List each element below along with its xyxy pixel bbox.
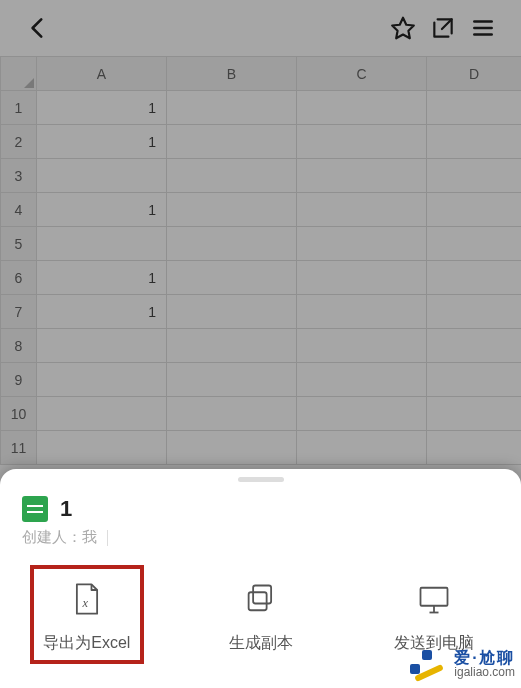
svg-rect-7	[421, 588, 448, 606]
cell[interactable]	[167, 125, 297, 159]
make-copy-button[interactable]: 生成副本	[174, 579, 348, 654]
cell[interactable]	[37, 329, 167, 363]
cell[interactable]	[427, 397, 522, 431]
cell[interactable]	[297, 329, 427, 363]
file-header: 1	[0, 490, 521, 524]
spreadsheet-file-icon	[22, 496, 48, 522]
back-button[interactable]	[18, 8, 58, 48]
cell[interactable]	[37, 227, 167, 261]
send-to-pc-button[interactable]: 发送到电脑	[347, 579, 521, 654]
duplicate-icon	[243, 581, 279, 617]
cell[interactable]	[427, 91, 522, 125]
cell[interactable]	[427, 227, 522, 261]
action-sheet: 1 创建人：我 x 导出为Excel 生成副本	[0, 469, 521, 688]
row-header[interactable]: 9	[1, 363, 37, 397]
svg-marker-0	[392, 18, 414, 39]
star-icon	[390, 15, 416, 41]
row-header[interactable]: 3	[1, 159, 37, 193]
sheet-grabber[interactable]	[238, 477, 284, 482]
cell[interactable]	[167, 431, 297, 465]
cell[interactable]	[427, 125, 522, 159]
row-header[interactable]: 5	[1, 227, 37, 261]
select-all-corner[interactable]	[1, 57, 37, 91]
action-label: 发送到电脑	[394, 633, 474, 654]
table-row: 3	[1, 159, 522, 193]
table-row: 10	[1, 397, 522, 431]
table-row: 11	[1, 91, 522, 125]
row-header[interactable]: 2	[1, 125, 37, 159]
table-row: 5	[1, 227, 522, 261]
col-header-C[interactable]: C	[297, 57, 427, 91]
divider	[107, 530, 108, 546]
cell[interactable]	[297, 431, 427, 465]
monitor-icon	[416, 581, 452, 617]
row-header[interactable]: 11	[1, 431, 37, 465]
table-row: 8	[1, 329, 522, 363]
cell[interactable]	[297, 363, 427, 397]
cell[interactable]	[297, 261, 427, 295]
col-header-B[interactable]: B	[167, 57, 297, 91]
col-header-D[interactable]: D	[427, 57, 522, 91]
file-excel-icon: x	[69, 581, 105, 617]
cell[interactable]	[427, 431, 522, 465]
cell[interactable]	[297, 125, 427, 159]
cell[interactable]	[167, 261, 297, 295]
col-header-A[interactable]: A	[37, 57, 167, 91]
cell[interactable]	[37, 159, 167, 193]
cell[interactable]	[167, 193, 297, 227]
cell[interactable]	[427, 329, 522, 363]
row-header[interactable]: 6	[1, 261, 37, 295]
svg-text:x: x	[81, 596, 88, 610]
cell[interactable]	[167, 91, 297, 125]
table-row: 71	[1, 295, 522, 329]
cell[interactable]: 1	[37, 125, 167, 159]
cell[interactable]	[167, 295, 297, 329]
creator-label: 创建人：我	[22, 528, 97, 547]
cell[interactable]	[37, 363, 167, 397]
cell[interactable]: 1	[37, 295, 167, 329]
chevron-left-icon	[25, 15, 51, 41]
open-external-icon	[430, 15, 456, 41]
spreadsheet-grid[interactable]: A B C D 11 21 3 41 5 61 71 8 9 10 11	[0, 56, 521, 465]
creator-row: 创建人：我	[0, 524, 521, 561]
hamburger-icon	[470, 15, 496, 41]
cell[interactable]	[297, 159, 427, 193]
favorite-button[interactable]	[383, 8, 423, 48]
file-title: 1	[60, 496, 72, 522]
cell[interactable]	[297, 397, 427, 431]
cell[interactable]	[427, 261, 522, 295]
cell[interactable]: 1	[37, 91, 167, 125]
cell[interactable]: 1	[37, 193, 167, 227]
row-header[interactable]: 4	[1, 193, 37, 227]
export-excel-button[interactable]: x 导出为Excel	[0, 579, 174, 654]
cell[interactable]	[167, 227, 297, 261]
open-external-button[interactable]	[423, 8, 463, 48]
cell[interactable]	[427, 193, 522, 227]
cell[interactable]: 1	[37, 261, 167, 295]
cell[interactable]	[167, 159, 297, 193]
actions-row: x 导出为Excel 生成副本 发送到电脑	[0, 561, 521, 658]
row-header[interactable]: 7	[1, 295, 37, 329]
cell[interactable]	[167, 329, 297, 363]
table-row: 21	[1, 125, 522, 159]
menu-button[interactable]	[463, 8, 503, 48]
action-label: 导出为Excel	[43, 633, 130, 654]
row-header[interactable]: 1	[1, 91, 37, 125]
cell[interactable]	[427, 295, 522, 329]
cell[interactable]	[167, 397, 297, 431]
cell[interactable]	[167, 363, 297, 397]
cell[interactable]	[297, 91, 427, 125]
action-label: 生成副本	[229, 633, 293, 654]
svg-rect-6	[248, 592, 266, 610]
table-row: 61	[1, 261, 522, 295]
cell[interactable]	[427, 159, 522, 193]
cell[interactable]	[297, 295, 427, 329]
cell[interactable]	[37, 431, 167, 465]
cell[interactable]	[297, 227, 427, 261]
table-row: 9	[1, 363, 522, 397]
row-header[interactable]: 10	[1, 397, 37, 431]
row-header[interactable]: 8	[1, 329, 37, 363]
cell[interactable]	[297, 193, 427, 227]
cell[interactable]	[37, 397, 167, 431]
cell[interactable]	[427, 363, 522, 397]
